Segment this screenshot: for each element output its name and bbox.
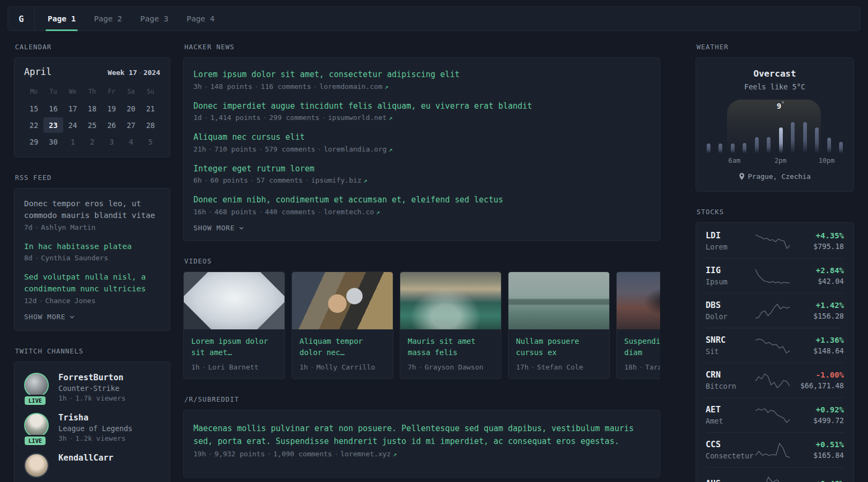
meta-part: Tara [645, 363, 660, 371]
calendar-day[interactable]: 15 [24, 101, 43, 116]
calendar-day[interactable]: 22 [24, 117, 43, 133]
stock-row[interactable]: DBSDolor+1.42%$156.28 [706, 293, 844, 328]
twitch-channel-name[interactable]: Trisha [58, 413, 132, 423]
twitch-channel-name[interactable]: ForrestBurton [58, 373, 125, 382]
twitch-channel-list: LIVEForrestBurtonCounter-Strike1h·1.7k v… [24, 373, 160, 478]
calendar-day-selected[interactable]: 23 [43, 117, 63, 133]
calendar-day[interactable]: 19 [102, 101, 121, 116]
calendar-day[interactable]: 24 [63, 117, 83, 133]
hacker-news-show-more-button[interactable]: SHOW MORE [193, 224, 244, 232]
calendar-day[interactable]: 16 [43, 101, 63, 116]
calendar-day[interactable]: 27 [121, 117, 140, 133]
weather-location[interactable]: Prague, Czechia [739, 172, 811, 180]
calendar-day[interactable]: 4 [121, 134, 140, 149]
stocks-section-title: STOCKS [697, 208, 853, 216]
calendar-day[interactable]: 20 [121, 101, 140, 116]
tab-page-4[interactable]: Page 4 [184, 7, 216, 31]
tab-page-1[interactable]: Page 1 [46, 7, 78, 31]
stock-price: $165.84 [792, 451, 844, 460]
calendar-day[interactable]: 2 [83, 134, 102, 149]
video-title[interactable]: Mauris sit amet massa felis [408, 336, 493, 358]
rss-widget: Donec tempor eros leo, ut commodo mauris… [14, 188, 170, 331]
weather-bar [707, 144, 710, 153]
meta-part: 1h [58, 394, 67, 402]
calendar-section: CALENDAR April Week 17·2024 MoTuWeThFrSa… [14, 43, 170, 157]
separator-dot: · [637, 363, 645, 371]
stock-symbol: LDI [706, 231, 753, 240]
hacker-news-item-meta: 1d·1,414 points·299 comments·ipsumworld.… [193, 114, 650, 122]
separator-dot: · [315, 208, 324, 216]
stock-row[interactable]: AETAmet+0.92%$499.72 [706, 397, 844, 432]
stock-row[interactable]: AHS+0.46% [706, 467, 844, 482]
calendar-day[interactable]: 30 [43, 134, 63, 149]
twitch-channel-row[interactable]: LIVETrishaLeague of Legends3h·1.2k viewe… [24, 413, 160, 442]
calendar-day[interactable]: 17 [63, 101, 83, 116]
rss-show-more-button[interactable]: SHOW MORE [24, 313, 75, 321]
stock-row[interactable]: CCSConsectetur+0.51%$165.84 [706, 432, 844, 467]
video-card[interactable]: Aliquam tempor dolor nec pharetra…1h·Mol… [291, 272, 393, 379]
rss-item-title[interactable]: Donec tempor eros leo, ut commodo mauris… [24, 198, 160, 222]
videos-section-title: VIDEOS [184, 257, 659, 265]
stock-row[interactable]: CRNBitcorn-1.00%$66,171.48 [706, 363, 844, 397]
reddit-post-title[interactable]: Maecenas mollis pulvinar erat non posuer… [193, 422, 650, 449]
video-meta: 18h·Tara [624, 363, 660, 371]
video-card[interactable]: Suspendisse diam18h·Tara [616, 272, 660, 379]
hacker-news-item-title[interactable]: Integer eget rutrum lorem [193, 163, 650, 175]
video-title[interactable]: Aliquam tempor dolor nec pharetra… [300, 336, 385, 358]
stock-row[interactable]: IIGIpsum+2.84%$42.04 [706, 258, 844, 293]
video-card[interactable]: Nullam posuere cursus ex17h·Stefan Cole [508, 272, 610, 379]
calendar-day[interactable]: 25 [83, 117, 102, 133]
source-domain[interactable]: loremnet.xyz [340, 450, 391, 458]
calendar-day[interactable]: 29 [24, 134, 43, 149]
app-logo[interactable]: G [8, 7, 35, 31]
twitch-channel-row[interactable]: KendallCarr [24, 453, 160, 478]
video-title[interactable]: Suspendisse diam [624, 336, 660, 358]
meta-part: 3h [58, 434, 67, 442]
video-card[interactable]: Lorem ipsum dolor sit amet consectetu…1h… [183, 272, 285, 379]
calendar-day[interactable]: 28 [141, 117, 160, 133]
rss-item-title[interactable]: In hac habitasse platea [24, 241, 160, 253]
source-domain[interactable]: ipsumworld.net [328, 114, 387, 122]
video-card-body: Mauris sit amet massa felis7h·Grayson Da… [400, 329, 501, 379]
source-domain[interactable]: loremdomain.com [319, 82, 382, 91]
hacker-news-item-title[interactable]: Donec imperdiet augue tincidunt felis al… [193, 100, 650, 112]
source-domain[interactable]: ipsumify.biz [311, 176, 362, 184]
video-thumbnail [292, 272, 393, 329]
video-card-body: Suspendisse diam18h·Tara [617, 329, 660, 379]
twitch-channel-name[interactable]: KendallCarr [58, 453, 114, 463]
twitch-channel-info: TrishaLeague of Legends3h·1.2k viewers [58, 413, 132, 442]
tab-page-2[interactable]: Page 2 [92, 7, 124, 31]
hacker-news-item-title[interactable]: Lorem ipsum dolor sit amet, consectetur … [193, 69, 650, 81]
weather-feels-like: Feels like 5°C [706, 82, 844, 91]
separator-dot: · [206, 450, 214, 458]
calendar-day[interactable]: 3 [102, 134, 121, 149]
stock-id: CRNBitcorn [706, 370, 753, 390]
twitch-channel-category: Counter-Strike [58, 384, 125, 393]
video-title[interactable]: Lorem ipsum dolor sit amet consectetu… [191, 336, 277, 358]
stock-sparkline [753, 475, 792, 482]
twitch-channel-row[interactable]: LIVEForrestBurtonCounter-Strike1h·1.7k v… [24, 373, 160, 402]
calendar-day[interactable]: 5 [141, 134, 160, 149]
hacker-news-list: Lorem ipsum dolor sit amet, consectetur … [193, 69, 650, 216]
calendar-day[interactable]: 18 [83, 101, 102, 116]
calendar-day[interactable]: 21 [141, 101, 160, 116]
tab-page-3[interactable]: Page 3 [138, 7, 170, 31]
video-title[interactable]: Nullam posuere cursus ex [516, 336, 602, 358]
subreddit-widget: Maecenas mollis pulvinar erat non posuer… [183, 410, 660, 478]
video-card[interactable]: Mauris sit amet massa felis7h·Grayson Da… [400, 272, 502, 379]
calendar-day[interactable]: 26 [102, 117, 121, 133]
twitch-section: TWITCH CHANNELS LIVEForrestBurtonCounter… [14, 347, 170, 482]
rss-item-title[interactable]: Sed volutpat nulla nisl, a condimentum n… [24, 272, 160, 295]
stock-row[interactable]: LDILorem+4.35%$795.18 [706, 224, 844, 258]
calendar-day[interactable]: 1 [63, 134, 83, 149]
stock-name: Consectetur [706, 451, 753, 460]
source-domain[interactable]: loremtech.co [324, 208, 374, 216]
hacker-news-item-title[interactable]: Aliquam nec cursus elit [193, 131, 650, 144]
meta-part: 12d [24, 297, 36, 305]
weather-location-label: Prague, Czechia [748, 172, 811, 180]
source-domain[interactable]: loremlandia.org [324, 145, 386, 153]
stock-symbol: IIG [706, 266, 753, 275]
hacker-news-item-title[interactable]: Donec enim nibh, condimentum et accumsan… [193, 194, 650, 206]
separator-dot: · [311, 82, 320, 91]
stock-row[interactable]: SNRCSit+1.36%$148.64 [706, 328, 844, 363]
